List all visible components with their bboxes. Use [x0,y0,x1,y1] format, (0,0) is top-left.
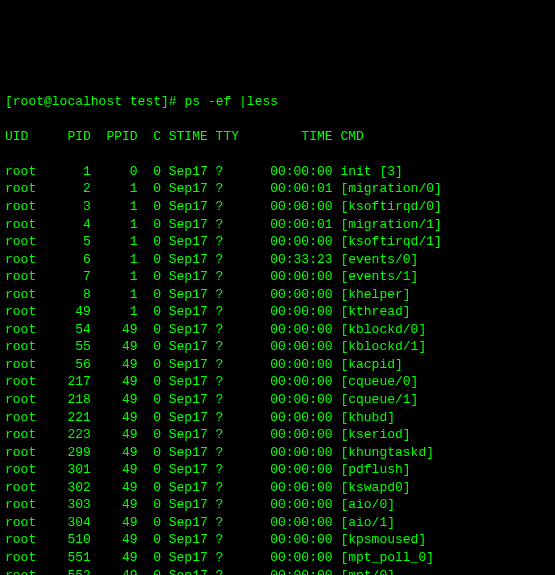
cell-uid: root [5,409,44,427]
cell-time: 00:00:00 [239,409,333,427]
cell-tty: ? [208,391,239,409]
cell-uid: root [5,531,44,549]
cell-c: 0 [138,426,161,444]
cell-time: 00:00:00 [239,391,333,409]
cell-time: 00:00:00 [239,286,333,304]
cell-cmd: [migration/0] [333,180,442,198]
process-row: root54490Sep17?00:00:00[kblockd/0] [5,321,555,339]
process-row: root299490Sep17?00:00:00[khungtaskd] [5,444,555,462]
cell-c: 0 [138,321,161,339]
cell-uid: root [5,163,44,181]
cell-pid: 301 [44,461,91,479]
cell-cmd: [kpsmoused] [333,531,427,549]
cell-uid: root [5,479,44,497]
cell-cmd: [khubd] [333,409,395,427]
cell-uid: root [5,180,44,198]
cell-tty: ? [208,338,239,356]
process-list: root100Sep17?00:00:00init [3]root210Sep1… [5,163,555,575]
cell-tty: ? [208,444,239,462]
cell-stime: Sep17 [161,268,208,286]
cell-cmd: [pdflush] [333,461,411,479]
process-row: root510Sep17?00:00:00[ksoftirqd/1] [5,233,555,251]
cell-cmd: [migration/1] [333,216,442,234]
cell-ppid: 1 [91,233,138,251]
cell-ppid: 49 [91,514,138,532]
cell-time: 00:00:00 [239,373,333,391]
cell-cmd: [kswapd0] [333,479,411,497]
cell-c: 0 [138,514,161,532]
cell-tty: ? [208,549,239,567]
cell-tty: ? [208,303,239,321]
cell-time: 00:00:00 [239,567,333,576]
cell-tty: ? [208,251,239,269]
terminal-output: [root@localhost test]# ps -ef |less UIDP… [5,75,555,575]
cell-ppid: 49 [91,531,138,549]
cell-time: 00:00:00 [239,549,333,567]
cell-tty: ? [208,198,239,216]
cell-uid: root [5,303,44,321]
cell-pid: 2 [44,180,91,198]
process-row: root217490Sep17?00:00:00[cqueue/0] [5,373,555,391]
cell-cmd: [mpt_poll_0] [333,549,434,567]
cell-stime: Sep17 [161,391,208,409]
cell-tty: ? [208,514,239,532]
process-row: root100Sep17?00:00:00init [3] [5,163,555,181]
cell-c: 0 [138,268,161,286]
cell-c: 0 [138,303,161,321]
cell-uid: root [5,198,44,216]
cell-stime: Sep17 [161,303,208,321]
cell-uid: root [5,461,44,479]
cell-uid: root [5,321,44,339]
cell-c: 0 [138,286,161,304]
cell-ppid: 49 [91,479,138,497]
cell-uid: root [5,338,44,356]
cell-pid: 5 [44,233,91,251]
cell-stime: Sep17 [161,216,208,234]
cell-stime: Sep17 [161,567,208,576]
cell-ppid: 49 [91,409,138,427]
cell-cmd: [kthread] [333,303,411,321]
cell-cmd: [aio/0] [333,496,395,514]
cell-tty: ? [208,496,239,514]
cell-stime: Sep17 [161,180,208,198]
process-row: root810Sep17?00:00:00[khelper] [5,286,555,304]
cell-c: 0 [138,567,161,576]
cell-pid: 223 [44,426,91,444]
cell-tty: ? [208,321,239,339]
cell-pid: 552 [44,567,91,576]
process-row: root610Sep17?00:33:23[events/0] [5,251,555,269]
cell-cmd: [kblockd/1] [333,338,427,356]
cell-ppid: 1 [91,216,138,234]
cell-ppid: 49 [91,461,138,479]
cell-time: 00:00:00 [239,163,333,181]
cell-stime: Sep17 [161,444,208,462]
cell-ppid: 49 [91,391,138,409]
cell-c: 0 [138,198,161,216]
cell-ppid: 49 [91,373,138,391]
cell-stime: Sep17 [161,409,208,427]
cell-tty: ? [208,356,239,374]
process-row: root221490Sep17?00:00:00[khubd] [5,409,555,427]
prompt-user-host: [root@localhost test]# [5,94,177,109]
cell-tty: ? [208,233,239,251]
cell-stime: Sep17 [161,461,208,479]
cell-ppid: 49 [91,444,138,462]
cell-time: 00:33:23 [239,251,333,269]
cell-stime: Sep17 [161,479,208,497]
prompt-line: [root@localhost test]# ps -ef |less [5,93,555,111]
cell-uid: root [5,496,44,514]
process-row: root301490Sep17?00:00:00[pdflush] [5,461,555,479]
cell-ppid: 49 [91,338,138,356]
cell-time: 00:00:00 [239,426,333,444]
cell-stime: Sep17 [161,514,208,532]
cell-ppid: 49 [91,321,138,339]
cell-tty: ? [208,286,239,304]
cell-c: 0 [138,549,161,567]
cell-tty: ? [208,373,239,391]
cell-pid: 221 [44,409,91,427]
cell-cmd: [ksoftirqd/0] [333,198,442,216]
cell-cmd: [events/0] [333,251,419,269]
process-row: root510490Sep17?00:00:00[kpsmoused] [5,531,555,549]
cell-cmd: [kacpid] [333,356,403,374]
cell-ppid: 49 [91,496,138,514]
